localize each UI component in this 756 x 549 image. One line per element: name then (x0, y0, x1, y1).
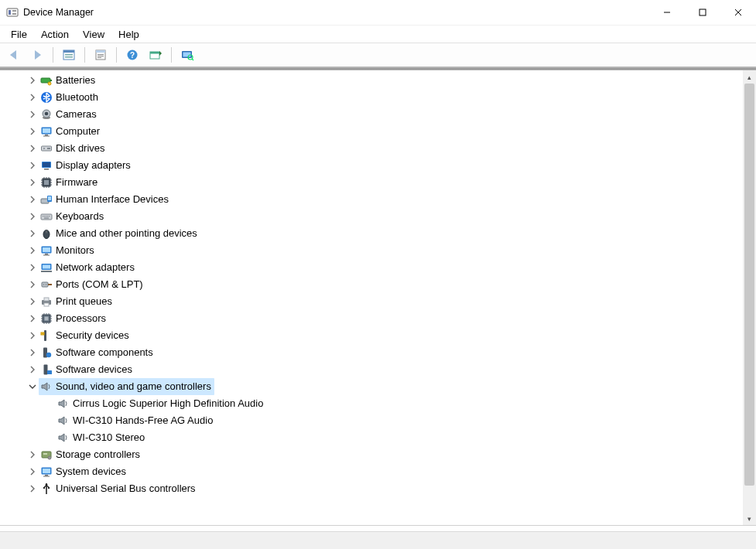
tree-row-network[interactable]: Network adapters (0, 259, 743, 276)
tree-row-system[interactable]: System devices (0, 463, 743, 480)
toolbar-scan-button[interactable] (145, 45, 166, 65)
chevron-right-icon[interactable] (26, 210, 39, 223)
tree-cell[interactable]: Display adapters (39, 157, 134, 174)
chevron-right-icon[interactable] (26, 346, 39, 359)
tree-label: Keyboards (56, 208, 104, 225)
tree-row-bluetooth[interactable]: Bluetooth (0, 89, 743, 106)
menu-help[interactable]: Help (112, 27, 145, 42)
window-minimize-button[interactable] (649, 0, 685, 25)
tree-row-diskdrives[interactable]: Disk drives (0, 140, 743, 157)
toolbar-help-button[interactable] (121, 45, 143, 65)
tree-cell[interactable]: Batteries (39, 72, 98, 89)
tree-row-sound-wic310-st[interactable]: WI-C310 Stereo (0, 429, 743, 446)
tree-row-storage[interactable]: Storage controllers (0, 446, 743, 463)
toolbar-back-button[interactable] (3, 45, 25, 65)
tree-row-cameras[interactable]: Cameras (0, 106, 743, 123)
tree-cell[interactable]: Processors (39, 310, 109, 327)
chevron-right-icon[interactable] (26, 227, 39, 240)
tree-cell[interactable]: Cameras (39, 106, 100, 123)
chevron-right-icon[interactable] (26, 329, 39, 342)
tree-row-computer[interactable]: Computer (0, 123, 743, 140)
tree-cell[interactable]: Software devices (39, 361, 135, 378)
tree-cell[interactable]: WI-C310 Stereo (56, 429, 148, 446)
tree-row-hid[interactable]: Human Interface Devices (0, 191, 743, 208)
toolbar-console-tree-button[interactable] (58, 45, 80, 65)
window-close-button[interactable] (720, 0, 756, 25)
tree-row-processors[interactable]: Processors (0, 310, 743, 327)
tree-cell[interactable]: Universal Serial Bus controllers (39, 480, 199, 497)
tree-cell[interactable]: Monitors (39, 242, 97, 259)
chevron-right-icon[interactable] (26, 142, 39, 155)
tree-row-swcomponents[interactable]: Software components (0, 344, 743, 361)
tree-cell[interactable]: Keyboards (39, 208, 107, 225)
tree-label: WI-C310 Stereo (73, 429, 145, 446)
tree-row-sound-cirrus[interactable]: Cirrus Logic Superior High Definition Au… (0, 395, 743, 412)
tree-label: System devices (56, 463, 126, 480)
tree-cell[interactable]: Sound, video and game controllers (39, 378, 214, 395)
tree-row-batteries[interactable]: Batteries (0, 72, 743, 89)
tree-row-swdevices[interactable]: Software devices (0, 361, 743, 378)
scroll-down-arrow-icon[interactable]: ▾ (743, 512, 756, 525)
chevron-right-icon[interactable] (26, 108, 39, 121)
chevron-right-icon[interactable] (26, 159, 39, 172)
toolbar-monitor-button[interactable] (176, 45, 198, 65)
chevron-right-icon[interactable] (26, 312, 39, 325)
toolbar-forward-button[interactable] (26, 45, 48, 65)
mouse-icon (40, 227, 53, 240)
tree-cell[interactable]: Security devices (39, 327, 132, 344)
chevron-right-icon[interactable] (26, 125, 39, 138)
tree-row-security[interactable]: Security devices (0, 327, 743, 344)
chevron-right-icon[interactable] (26, 483, 39, 495)
tree-cell[interactable]: Software components (39, 344, 156, 361)
tree-row-firmware[interactable]: Firmware (0, 174, 743, 191)
tree-cell[interactable]: Computer (39, 123, 103, 140)
chevron-right-icon[interactable] (26, 74, 39, 87)
tree-cell[interactable]: Storage controllers (39, 446, 143, 463)
tree-label: Cameras (56, 106, 97, 123)
chevron-right-icon[interactable] (26, 448, 39, 461)
tree-row-keyboards[interactable]: Keyboards (0, 208, 743, 225)
tree-cell[interactable]: Ports (COM & LPT) (39, 276, 146, 293)
chevron-right-icon[interactable] (26, 363, 39, 376)
tree-row-usb[interactable]: Universal Serial Bus controllers (0, 480, 743, 497)
chevron-right-icon[interactable] (26, 465, 39, 478)
vertical-scrollbar[interactable]: ▴ ▾ (743, 70, 756, 525)
chevron-right-icon[interactable] (26, 295, 39, 308)
tree-row-mice[interactable]: Mice and other pointing devices (0, 225, 743, 242)
network-icon (40, 261, 53, 274)
tree-row-display[interactable]: Display adapters (0, 157, 743, 174)
tree-cell[interactable]: Network adapters (39, 259, 138, 276)
chevron-right-icon[interactable] (26, 261, 39, 274)
chevron-right-icon[interactable] (26, 91, 39, 104)
tree-row-monitors[interactable]: Monitors (0, 242, 743, 259)
tree-cell[interactable]: Firmware (39, 174, 101, 191)
tree-cell[interactable]: Bluetooth (39, 89, 101, 106)
tree-cell[interactable]: Mice and other pointing devices (39, 225, 200, 242)
tree-row-sound[interactable]: Sound, video and game controllers (0, 378, 743, 395)
camera-icon (40, 108, 53, 121)
menu-file[interactable]: File (5, 27, 33, 42)
tree-cell[interactable]: Human Interface Devices (39, 191, 172, 208)
tree-cell[interactable]: Cirrus Logic Superior High Definition Au… (56, 395, 266, 412)
tree-cell[interactable]: WI-C310 Hands-Free AG Audio (56, 412, 216, 429)
tree-row-ports[interactable]: Ports (COM & LPT) (0, 276, 743, 293)
scroll-up-arrow-icon[interactable]: ▴ (743, 70, 756, 84)
chevron-right-icon[interactable] (26, 244, 39, 257)
chevron-down-icon[interactable] (26, 380, 39, 393)
chevron-right-icon[interactable] (26, 176, 39, 189)
menu-action[interactable]: Action (35, 27, 75, 42)
scroll-thumb[interactable] (744, 84, 754, 486)
tree-row-sound-wic310-hf[interactable]: WI-C310 Hands-Free AG Audio (0, 412, 743, 429)
menu-view[interactable]: View (77, 27, 111, 42)
chevron-right-icon[interactable] (26, 278, 39, 291)
chevron-right-icon[interactable] (26, 193, 39, 206)
chevron-right-icon (43, 431, 56, 444)
device-tree[interactable]: BatteriesBluetoothCamerasComputerDisk dr… (0, 70, 743, 525)
toolbar-properties-button[interactable] (90, 45, 111, 65)
tree-row-printqueues[interactable]: Print queues (0, 293, 743, 310)
toolbar-separator (53, 47, 53, 63)
window-maximize-button[interactable] (685, 0, 720, 25)
tree-cell[interactable]: Print queues (39, 293, 115, 310)
tree-cell[interactable]: Disk drives (39, 140, 108, 157)
tree-cell[interactable]: System devices (39, 463, 129, 480)
